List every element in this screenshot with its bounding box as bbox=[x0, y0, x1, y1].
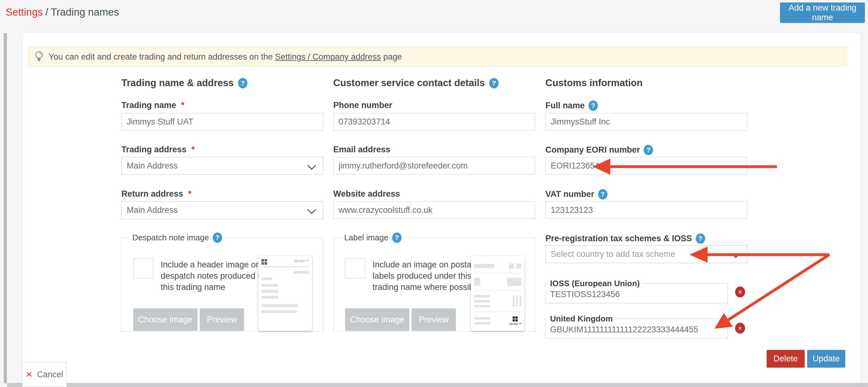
chevron-down-icon bbox=[307, 205, 316, 214]
label-image-fieldset: Label image ? Include an image on postag… bbox=[333, 233, 535, 332]
preview-brand-text: Abcdef ™ bbox=[509, 322, 521, 326]
despatch-choose-image-button[interactable]: Choose image bbox=[133, 308, 197, 331]
website-address-label: Website address bbox=[333, 189, 400, 199]
united-kingdom-value[interactable]: GBUKIM11111111111122223333444455 bbox=[546, 324, 727, 334]
help-icon[interactable]: ? bbox=[644, 145, 653, 155]
postage-label-preview-image: Abcdef ™ bbox=[471, 256, 525, 331]
help-icon[interactable]: ? bbox=[489, 78, 499, 88]
help-icon[interactable]: ? bbox=[238, 78, 247, 88]
website-address-input[interactable] bbox=[333, 201, 535, 219]
add-trading-name-button[interactable]: Add a new trading name bbox=[780, 2, 865, 23]
required-asterisk: * bbox=[188, 189, 192, 199]
page-title: Trading names bbox=[51, 6, 119, 18]
remove-ioss-eu-button[interactable]: ✕ bbox=[735, 287, 745, 297]
include-header-image-checkbox[interactable] bbox=[133, 259, 153, 278]
trading-name-label: Trading name* bbox=[121, 100, 184, 110]
info-banner: You can edit and create trading and retu… bbox=[28, 47, 847, 67]
remove-united-kingdom-button[interactable]: ✕ bbox=[735, 323, 745, 334]
company-address-link[interactable]: Settings / Company address bbox=[275, 52, 381, 61]
required-asterisk: * bbox=[192, 145, 195, 154]
horizontal-scrollbar[interactable] bbox=[7, 383, 868, 387]
barcode-icon bbox=[513, 296, 521, 307]
return-address-select[interactable]: Main Address bbox=[121, 201, 323, 219]
eori-label: Company EORI number ? bbox=[546, 145, 653, 155]
email-address-input[interactable] bbox=[333, 157, 535, 175]
lightbulb-icon bbox=[34, 50, 44, 63]
breadcrumb: Settings/Trading names bbox=[6, 6, 119, 18]
logo-icon bbox=[513, 317, 518, 322]
help-icon[interactable]: ? bbox=[696, 234, 705, 244]
trading-names-page: Settings/Trading names Add a new trading… bbox=[0, 0, 868, 387]
despatch-note-preview-image: Abcdef ™ bbox=[258, 256, 312, 331]
label-choose-image-button[interactable]: Choose image bbox=[345, 308, 409, 331]
phone-number-input[interactable] bbox=[333, 113, 535, 130]
label-preview-button[interactable]: Preview bbox=[411, 308, 456, 331]
section-customer-service: Customer service contact details ? bbox=[333, 78, 499, 89]
despatch-note-image-fieldset: Despatch note image ? Include a header i… bbox=[121, 233, 323, 332]
breadcrumb-settings-link[interactable]: Settings bbox=[6, 6, 43, 18]
ioss-eu-legend: IOSS (European Union) bbox=[548, 279, 642, 288]
full-name-label: Full name ? bbox=[546, 100, 598, 111]
section-customs-information: Customs information bbox=[546, 78, 643, 89]
return-address-label: Return address* bbox=[121, 189, 192, 199]
banner-text: You can edit and create trading and retu… bbox=[49, 52, 402, 62]
trading-address-select[interactable]: Main Address bbox=[121, 157, 323, 175]
vat-number-input[interactable] bbox=[546, 201, 747, 219]
cancel-button[interactable]: ✕ Cancel bbox=[22, 362, 67, 387]
ioss-eu-value[interactable]: TESTIOSS123456 bbox=[546, 288, 727, 299]
logo-icon bbox=[261, 259, 267, 265]
help-icon[interactable]: ? bbox=[588, 100, 598, 111]
phone-number-label: Phone number bbox=[333, 100, 392, 110]
trading-address-label: Trading address* bbox=[121, 145, 195, 154]
united-kingdom-legend: United Kingdom bbox=[548, 314, 615, 324]
united-kingdom-fieldset: United Kingdom GBUKIM1111111111112222333… bbox=[546, 314, 728, 338]
chevron-down-icon bbox=[731, 249, 740, 258]
vat-number-label: VAT number ? bbox=[546, 189, 608, 200]
help-icon[interactable]: ? bbox=[598, 189, 608, 200]
required-asterisk: * bbox=[181, 100, 185, 110]
full-name-input[interactable] bbox=[546, 113, 747, 130]
close-icon: ✕ bbox=[26, 370, 33, 380]
label-image-legend: Label image bbox=[344, 233, 389, 242]
eori-input[interactable] bbox=[546, 157, 747, 175]
trading-name-input[interactable] bbox=[121, 113, 323, 130]
tax-schemes-label: Pre-registration tax schemes & IOSS ? bbox=[546, 234, 705, 244]
help-icon[interactable]: ? bbox=[392, 233, 402, 243]
chevron-down-icon bbox=[307, 161, 316, 170]
help-icon[interactable]: ? bbox=[213, 233, 222, 243]
ioss-eu-fieldset: IOSS (European Union) TESTIOSS123456 bbox=[546, 279, 728, 303]
update-button[interactable]: Update bbox=[807, 350, 845, 368]
include-label-image-checkbox[interactable] bbox=[345, 259, 365, 278]
delete-button[interactable]: Delete bbox=[767, 350, 805, 368]
preview-brand-text: Abcdef ™ bbox=[294, 259, 309, 263]
tax-scheme-country-select[interactable]: Select country to add tax scheme bbox=[546, 245, 747, 263]
email-address-label: Email address bbox=[333, 145, 390, 154]
despatch-note-image-legend: Despatch note image bbox=[132, 233, 209, 242]
despatch-preview-button[interactable]: Preview bbox=[200, 308, 244, 331]
breadcrumb-separator: / bbox=[43, 6, 51, 18]
section-trading-name-address: Trading name & address ? bbox=[121, 78, 247, 89]
vertical-scrollbar[interactable] bbox=[4, 33, 7, 383]
